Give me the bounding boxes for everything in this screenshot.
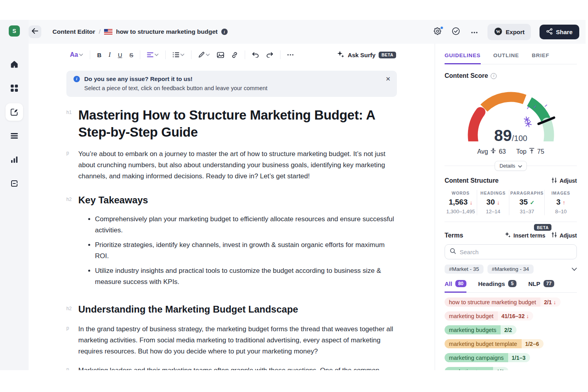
term-chip[interactable]: how to structure marketing budget2/1↓ [445, 297, 561, 307]
document-body[interactable]: h1Mastering How to Structure Marketing B… [66, 101, 397, 370]
more-options-button[interactable] [469, 27, 480, 37]
underline-button[interactable]: U [115, 49, 125, 61]
bullet-item: Prioritize strategies, identify key chan… [95, 239, 397, 262]
h2-block: Understanding the Marketing Budget Lands… [78, 303, 397, 316]
block-type-marker: p [66, 357, 78, 370]
stat-range: 8–10 [545, 209, 576, 214]
header-actions: W Export Share [433, 24, 579, 40]
terms-filter-chip[interactable]: #Market - 35 [445, 265, 484, 274]
avg-icon [491, 148, 496, 155]
ellipsis-icon [287, 54, 294, 56]
terms-list: how to structure marketing budget2/1↓mar… [445, 297, 577, 370]
stat-label: PARAGRAPHS [510, 191, 544, 195]
terms-tab-label: All [445, 280, 452, 287]
chevron-down-icon [180, 54, 184, 56]
left-sidebar: S [0, 20, 29, 370]
search-input[interactable] [460, 249, 572, 255]
terms-tab-label: Headings [478, 280, 505, 287]
bold-button[interactable]: B [94, 49, 104, 61]
score-value: 89 [494, 127, 512, 144]
back-button[interactable] [29, 25, 41, 38]
ask-surfy-button[interactable]: Ask Surfy BETA [337, 50, 396, 59]
info-icon[interactable]: i [221, 29, 228, 35]
strikethrough-button[interactable]: S [126, 49, 136, 61]
us-flag-icon [104, 29, 112, 35]
structure-stat-images: IMAGES3 ↑8–10 [544, 190, 577, 215]
surfer-logo[interactable]: S [9, 25, 20, 37]
toolbar-divider [245, 50, 245, 59]
sidebar-item-audit[interactable] [6, 175, 23, 192]
sidebar-item-documents[interactable] [6, 127, 23, 145]
pen-icon [198, 52, 205, 58]
sidebar-item-home[interactable] [6, 56, 23, 73]
term-chip[interactable]: marketing budget template1/2–6 [445, 339, 544, 348]
breadcrumb-separator: / [99, 28, 101, 35]
terms-title: Terms [445, 232, 463, 239]
close-icon[interactable]: ✕ [385, 75, 391, 83]
terms-tab-nlp[interactable]: NLP77 [528, 280, 554, 293]
chevron-down-icon [79, 54, 83, 56]
sliders-icon [551, 232, 557, 239]
terms-tab-headings[interactable]: Headings5 [478, 280, 516, 293]
terms-adjust-button[interactable]: Adjust [551, 232, 577, 239]
stacked-lines-icon [10, 132, 19, 139]
panel-tab-brief[interactable]: BRIEF [532, 48, 549, 64]
highlight-pen-button[interactable] [195, 49, 213, 60]
term-chip[interactable]: marketing team1/1 [445, 367, 509, 370]
term-chip[interactable]: marketing budget41/16–32↓ [445, 311, 533, 321]
term-chip[interactable]: marketing campaigns1/1–3 [445, 353, 530, 362]
stat-range: 1,300–1,495 [445, 209, 476, 214]
back-arrow-icon [31, 28, 39, 36]
chevron-down-icon[interactable] [572, 268, 577, 271]
adjust-label: Adjust [559, 232, 577, 239]
image-button[interactable] [214, 50, 227, 60]
settings-gear-button[interactable] [433, 27, 443, 37]
top-label: Top [516, 148, 526, 155]
undo-icon [252, 52, 259, 58]
stat-value: 1,563 ↓ [445, 198, 476, 207]
details-button[interactable]: Details [495, 161, 527, 171]
panel-tab-guidelines[interactable]: GUIDELINES [445, 48, 481, 64]
redo-button[interactable] [263, 50, 276, 60]
panel-tab-outline[interactable]: OUTLINE [493, 48, 519, 64]
align-button[interactable] [144, 50, 161, 60]
terms-filter-chip[interactable]: #Marketing - 34 [487, 265, 534, 274]
sidebar-item-content-editor[interactable] [6, 103, 23, 121]
italic-button[interactable]: I [106, 49, 113, 61]
block-type-marker: h2 [66, 182, 78, 207]
link-button[interactable] [228, 49, 241, 61]
info-icon[interactable]: i [491, 73, 497, 79]
numbered-list-icon [172, 52, 179, 58]
insert-terms-button[interactable]: Insert terms [505, 232, 545, 239]
p-block: You’re about to embark on a journey to m… [78, 149, 397, 182]
list-button[interactable] [170, 50, 187, 60]
text-style-button[interactable]: Aa [67, 49, 86, 61]
structure-adjust-button[interactable]: Adjust [551, 178, 577, 184]
term-chip[interactable]: marketing budgets2/2 [445, 325, 516, 334]
editor-toolbar: Aa B I U S [66, 44, 397, 66]
breadcrumb-app[interactable]: Content Editor [52, 28, 95, 35]
sidebar-item-analytics[interactable] [6, 151, 23, 168]
content-score-title: Content Score [445, 72, 488, 79]
align-icon [147, 52, 153, 57]
toolbar-more-button[interactable] [284, 52, 296, 58]
term-text: marketing campaigns [445, 353, 508, 362]
sidebar-item-apps[interactable] [6, 79, 23, 97]
structure-stat-paragraphs: PARAGRAPHS35 ✓31–37 [509, 190, 544, 215]
toolbar-divider [140, 50, 140, 59]
details-label: Details [499, 163, 515, 169]
breadcrumb: Content Editor / how to structure market… [52, 28, 228, 35]
share-button[interactable]: Share [540, 25, 579, 39]
guidelines-panel: GUIDELINESOUTLINEBRIEF Content Score i 8… [435, 44, 586, 370]
autosave-check-button[interactable] [451, 27, 461, 37]
terms-tab-all[interactable]: All80 [445, 280, 466, 293]
audit-icon [10, 180, 18, 187]
term-row: marketing team1/1 [445, 367, 577, 370]
ul-block: Comprehensively plan your marketing budg… [95, 214, 397, 291]
feedback-banner: i Do you see any issue? Report it to us!… [66, 71, 397, 97]
export-label: Export [506, 29, 525, 35]
term-row: marketing budget41/16–32↓ [445, 311, 577, 321]
term-row: marketing campaigns1/1–3 [445, 353, 577, 362]
undo-button[interactable] [249, 50, 262, 60]
export-button[interactable]: W Export [487, 24, 531, 40]
